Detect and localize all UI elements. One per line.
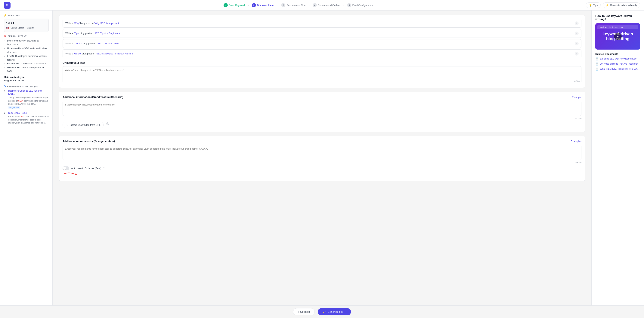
generate-chevron-icon: › (345, 310, 346, 313)
additional-info-textarea[interactable] (62, 101, 582, 116)
idea-title-2[interactable]: 'SEO Trends in 2024' (97, 42, 120, 45)
info-badge-1[interactable]: i (575, 31, 578, 35)
generate-direct-button[interactable]: ⚡ Generate articles directly (603, 2, 640, 8)
step-circle-3: 3 (281, 3, 285, 7)
sidebar: 🔑 KEYWORD SEO 🇺🇸 United States · English… (0, 10, 52, 306)
doc-icon-1: 📄 (595, 62, 598, 65)
intent-item-0: Learn the basics of SEO and its importan… (7, 39, 49, 46)
idea-row-0[interactable]: Write a 'Why' blog post on 'Why SEO is I… (62, 19, 582, 27)
video-thumbnail[interactable]: Enter keyword to discover ideas ▶ keywor… (595, 23, 640, 49)
ref-content-0: Beginner's Guide to SEO (Search Engi... … (8, 89, 49, 109)
related-doc-1[interactable]: 📄 10 Types of Blogs That Are Frequently (595, 62, 640, 65)
idea-text-2: Write a 'Trends' blog post on 'SEO Trend… (66, 42, 573, 45)
idea-row-3[interactable]: Write a 'Guide' blog post on 'SEO Strate… (62, 49, 582, 58)
step-circle-5: 5 (347, 3, 351, 7)
doc-link-1[interactable]: 10 Types of Blogs That Are Frequently (600, 62, 638, 65)
step-divider-3: › (308, 3, 310, 7)
idea-row-1[interactable]: Write a 'Tips' blog post on 'SEO Tips fo… (62, 29, 582, 38)
back-label: Go back (300, 310, 310, 313)
related-docs-title: Related Documents (595, 52, 640, 55)
ref-num-1: 2 (4, 111, 6, 124)
step-circle-2: 2 (252, 3, 256, 7)
lightning-icon: ⚡ (606, 4, 609, 6)
tips-button[interactable]: 💡 Tips (586, 2, 601, 8)
doc-link-0[interactable]: Enhance SEO with Knowledge Base (600, 57, 636, 60)
ideas-card: Write a 'Why' blog post on 'Why SEO is I… (58, 15, 586, 88)
requirements-examples-link[interactable]: Examples (571, 140, 582, 143)
requirements-wrap (62, 145, 582, 161)
idea-char-count: 0/500 (574, 80, 580, 82)
additional-info-title: Additional information (Brand/Product/Sc… (62, 96, 123, 99)
bottom-bar: ‹ Go back ✨ Generate title › (0, 306, 644, 318)
idea-type-0[interactable]: 'Why' (74, 22, 80, 24)
google-icon: G (4, 85, 6, 88)
target-icon: 🎯 (4, 35, 6, 37)
lsi-toggle[interactable] (62, 166, 69, 170)
idea-title-3[interactable]: 'SEO Strategies for Better Ranking' (96, 52, 134, 55)
step-discover-ideas[interactable]: 2 Discover Ideas (250, 2, 276, 8)
idea-type-2[interactable]: 'Trends' (74, 42, 82, 45)
step-label-4: Recommend Outline (318, 4, 340, 6)
requirements-title: Additional requirements (Title generatio… (62, 140, 115, 143)
idea-title-0[interactable]: 'Why SEO is Important' (94, 22, 120, 24)
custom-idea-textarea[interactable] (62, 66, 582, 83)
idea-type-3[interactable]: 'Guide' (74, 52, 81, 55)
lsi-row: Auto insert LSI terms (Beta) ? (62, 166, 582, 170)
nav-right: 💡 Tips ⚡ Generate articles directly (586, 2, 640, 8)
link-icon (66, 124, 68, 126)
tips-icon: 💡 (589, 4, 592, 6)
intent-item-1: Understand how SEO works and its key ele… (7, 46, 49, 54)
step-divider-1: › (248, 3, 249, 7)
doc-link-2[interactable]: What is LSI Key? Is it useful for SEO? (600, 67, 638, 71)
extract-row: Extract knowledge from URL ⓘ (62, 120, 582, 128)
main-layout: 🔑 KEYWORD SEO 🇺🇸 United States · English… (0, 10, 644, 306)
step-final-configuration[interactable]: 5 Final Configuration (345, 2, 375, 8)
intent-item-4: Discover SEO trends and updates for 2024… (7, 66, 49, 73)
go-back-button[interactable]: ‹ Go back (293, 308, 315, 315)
info-badge-3[interactable]: i (575, 52, 578, 55)
related-doc-2[interactable]: 📄 What is LSI Key? Is it useful for SEO? (595, 67, 640, 71)
step-enter-keyword[interactable]: ✓ Enter Keyword (221, 2, 247, 8)
idea-title-1[interactable]: 'SEO Tips for Beginners' (94, 32, 120, 35)
step-label-3: Recommend Title (286, 4, 306, 6)
key-icon: 🔑 (4, 14, 6, 17)
ref-tag-0[interactable]: Blog/Article (8, 106, 20, 109)
logo-button[interactable]: ⊞ (4, 2, 10, 9)
additional-info-card: Additional information (Brand/Product/Sc… (58, 92, 586, 132)
reference-sources-section: G REFERENCE SOURCES (19) 1 Beginner's Gu… (4, 85, 49, 124)
ref-link-1[interactable]: SEO Global Home (8, 111, 49, 115)
ref-content-1: SEO Global Home For 60 years, SEO has be… (8, 111, 49, 124)
info-badge-0[interactable]: i (575, 21, 578, 25)
idea-row-2[interactable]: Write a 'Trends' blog post on 'SEO Trend… (62, 39, 582, 48)
extract-help-icon[interactable]: ⓘ (106, 122, 109, 126)
info-badge-2[interactable]: i (575, 42, 578, 45)
extract-knowledge-button[interactable]: Extract knowledge from URL (62, 122, 104, 128)
step-circle-1: ✓ (224, 3, 228, 7)
generate-title-button[interactable]: ✨ Generate title › (318, 308, 351, 315)
additional-info-wrap (62, 101, 582, 117)
step-recommend-title[interactable]: 3 Recommend Title (279, 2, 308, 8)
video-overlay-text: Enter keyword to discover ideas (597, 25, 638, 29)
requirements-char-count: 0/3000 (62, 161, 582, 164)
right-panel-title: How to use keyword-driven writing? (595, 14, 640, 21)
idea-type-1[interactable]: 'Tips' (74, 32, 79, 35)
intent-list: Learn the basics of SEO and its importan… (4, 39, 49, 73)
flag-icon: 🇺🇸 (6, 26, 10, 29)
step-label-5: Final Configuration (352, 4, 373, 6)
content-type-value: Blog/Article: 68.4% (4, 79, 49, 82)
content-type-name: Blog/Article: (4, 79, 17, 82)
ref-item-1: 2 SEO Global Home For 60 years, SEO has … (4, 111, 49, 124)
ref-link-0[interactable]: Beginner's Guide to SEO (Search Engi... (8, 89, 49, 96)
idea-text-3: Write a 'Guide' blog post on 'SEO Strate… (66, 52, 573, 55)
step-recommend-outline[interactable]: 4 Recommend Outline (310, 2, 342, 8)
requirements-textarea[interactable] (62, 145, 582, 160)
related-doc-0[interactable]: 📄 Enhance SEO with Knowledge Base (595, 57, 640, 60)
video-play-button[interactable]: ▶ (614, 33, 622, 40)
keyword-text: SEO (6, 21, 46, 25)
ref-num-0: 1 (4, 89, 6, 109)
search-intent-label: 🎯 SEARCH INTENT (4, 35, 49, 37)
extract-btn-label: Extract knowledge from URL (70, 123, 100, 126)
lsi-help-icon[interactable]: ? (103, 167, 104, 170)
example-link[interactable]: Example (572, 96, 582, 99)
step-divider-2: › (277, 3, 278, 7)
